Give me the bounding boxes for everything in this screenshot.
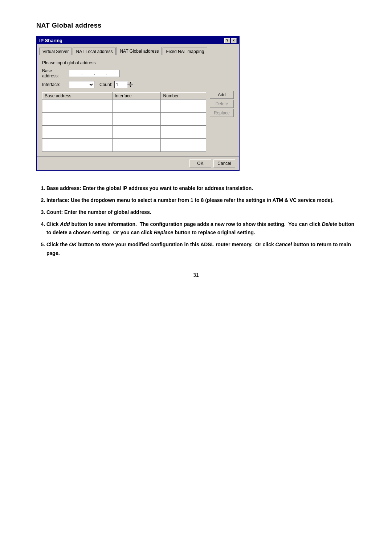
delete-button[interactable]: Delete xyxy=(210,100,234,108)
dialog-content: Please input global address Base address… xyxy=(37,55,239,156)
table-row[interactable] xyxy=(42,113,206,119)
table-row[interactable] xyxy=(42,106,206,113)
section-label: Please input global address xyxy=(42,60,234,65)
count-down-button[interactable]: ▼ xyxy=(127,85,133,88)
count-spinner: ▲ ▼ xyxy=(127,81,133,88)
count-label: Count: xyxy=(99,82,112,87)
tab-fixed-nat-mapping[interactable]: Fixed NAT mapping xyxy=(163,48,207,55)
table-row[interactable] xyxy=(42,100,206,106)
ip-octet3[interactable] xyxy=(96,71,106,76)
tabs-bar: Virtual Server NAT Local address NAT Glo… xyxy=(37,44,239,55)
interface-label: Interface: xyxy=(42,82,67,87)
dialog-titlebar: IP Sharing ? × xyxy=(37,37,239,44)
table-row[interactable] xyxy=(42,119,206,126)
count-up-button[interactable]: ▲ xyxy=(127,81,133,85)
action-buttons: Add Delete Replace xyxy=(210,91,234,117)
add-button[interactable]: Add xyxy=(210,91,234,99)
dialog-title: IP Sharing xyxy=(39,38,62,43)
ip-octet1[interactable] xyxy=(71,71,81,76)
table-row[interactable] xyxy=(42,145,206,152)
data-table: Base address Interface Number xyxy=(42,92,206,152)
table-buttons-row: Base address Interface Number xyxy=(42,91,234,152)
count-input-wrap: 1 ▲ ▼ xyxy=(114,81,133,88)
table-row[interactable] xyxy=(42,126,206,132)
ip-sharing-dialog: IP Sharing ? × Virtual Server NAT Local … xyxy=(36,36,240,171)
count-input[interactable]: 1 xyxy=(114,81,127,88)
col-base-address: Base address xyxy=(42,93,113,100)
table-row[interactable] xyxy=(42,139,206,145)
instruction-1: Base address: Enter the global IP addres… xyxy=(46,184,356,193)
tab-nat-global-address[interactable]: NAT Global address xyxy=(117,47,162,55)
ip-dot2: . xyxy=(94,71,95,76)
dialog-footer: OK Cancel xyxy=(37,156,239,170)
page-number: 31 xyxy=(36,272,356,278)
cancel-button[interactable]: Cancel xyxy=(213,159,235,167)
tab-nat-local-address[interactable]: NAT Local address xyxy=(73,48,116,55)
ip-dot3: . xyxy=(106,71,107,76)
instruction-2: Interface: Use the dropdown menu to sele… xyxy=(46,196,356,204)
col-number: Number xyxy=(161,93,206,100)
titlebar-controls: ? × xyxy=(224,38,237,43)
help-button[interactable]: ? xyxy=(224,38,230,43)
ok-button[interactable]: OK xyxy=(189,159,211,167)
instruction-3: Count: Enter the number of global addres… xyxy=(46,208,356,216)
base-address-input[interactable]: . . . xyxy=(69,70,120,77)
ip-octet4[interactable] xyxy=(108,71,118,76)
instruction-5: Click the OK button to store your modifi… xyxy=(46,240,356,257)
base-address-label: Base address: xyxy=(42,68,67,78)
tab-virtual-server[interactable]: Virtual Server xyxy=(39,48,72,55)
ip-octet2[interactable] xyxy=(83,71,93,76)
table-wrap: Base address Interface Number xyxy=(42,91,206,152)
instructions: Base address: Enter the global IP addres… xyxy=(36,184,356,258)
page-heading: NAT Global address xyxy=(36,22,356,29)
base-address-row: Base address: . . . xyxy=(42,68,234,78)
ip-dot1: . xyxy=(81,71,82,76)
table-row[interactable] xyxy=(42,132,206,139)
close-button[interactable]: × xyxy=(231,38,237,43)
instruction-4: Click Add button to save information. Th… xyxy=(46,220,356,237)
interface-select[interactable]: 1 2 3 4 5 6 7 8 xyxy=(69,81,94,88)
col-interface: Interface xyxy=(113,93,161,100)
replace-button[interactable]: Replace xyxy=(210,109,234,117)
interface-count-row: Interface: 1 2 3 4 5 6 7 8 Count: 1 ▲ ▼ xyxy=(42,81,234,88)
